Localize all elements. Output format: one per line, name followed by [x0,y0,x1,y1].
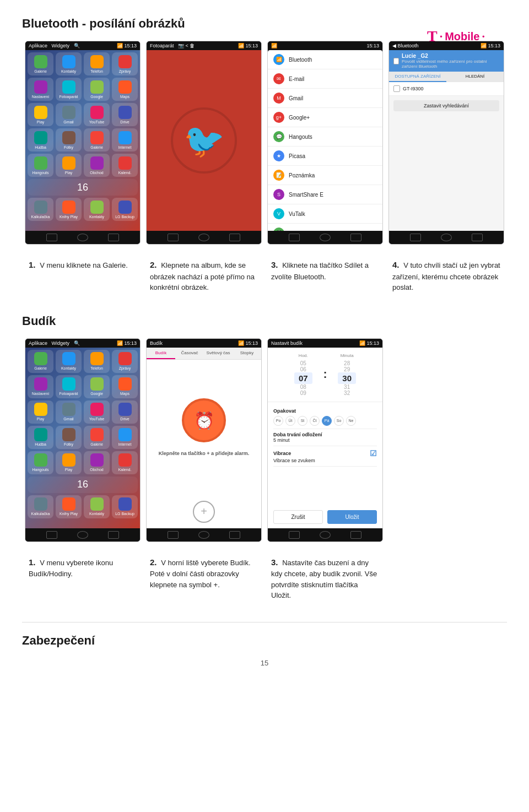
budik-instructions: 1. V menu vyberete ikonu Budík/Hodiny. 2… [22,552,507,605]
instruction-text-4: V tuto chvíli stačí už jen vybrat zaříze… [392,261,500,291]
screenshot-bluetooth: ◀ Bluetooth 📶 15:13 Lucie _G2 Povolit vi… [388,41,504,245]
hour-selected[interactable]: 07 [294,372,312,384]
alarm-tab-svetovy[interactable]: Světový čas [204,348,233,359]
back-btn [168,531,179,539]
minute-28: 28 [344,360,350,366]
back-btn [410,234,421,241]
app-icon: Kontakty [84,495,110,518]
app-icon: Kontakty [56,52,82,75]
time-picker: Hod. 05 06 07 08 09 : Minuta [268,348,382,402]
share-item-poznamka[interactable]: 📝 Poznámka [268,166,382,185]
day-ne[interactable]: Ne [346,416,356,426]
bt-tab-dostupna[interactable]: DOSTUPNÁ ZAŘÍZENÍ [389,72,446,82]
section-divider [22,622,507,622]
picasa-share-icon: ★ [273,150,284,161]
vibrace-label: Vibrace [273,451,291,456]
bluetooth-instruction-4: 4. V tuto chvíli stačí už jen vybrat zař… [386,255,507,297]
share-item-zpravy[interactable]: 💬 Zprávy [268,224,382,231]
set-alarm-screen-body: Hod. 05 06 07 08 09 : Minuta [268,348,382,528]
device-name: GT-I9300 [403,86,424,91]
back-btn [289,234,300,241]
menu-btn [350,531,361,539]
save-alarm-button[interactable]: Uložit [327,510,377,524]
share-item-smartshare[interactable]: S SmartShare E [268,185,382,204]
app-icon: Galerie [28,52,53,75]
device-checkbox[interactable] [393,85,400,92]
app-icon: Kontakty [84,198,110,221]
bt-scan-button[interactable]: Zastavit vyhledávání [393,100,499,111]
app-icon: Fotoaparát [56,375,82,398]
share-item-bluetooth[interactable]: 📶 Bluetooth [268,50,382,69]
share-item-vutalk[interactable]: V VuTalk [268,204,382,224]
app-icon: Maps [112,375,138,398]
cancel-alarm-button[interactable]: Zrušit [273,510,323,524]
hour-09: 09 [300,390,306,396]
share-item-gmail[interactable]: M Gmail [268,89,382,108]
repeat-option: Opakovat Po Út St Čt Pá So Ne [273,405,377,429]
share-item-label: Google+ [289,115,310,121]
share-screen-body: 📶 Bluetooth ✉ E-mail M Gmail [268,50,382,231]
screenshot-home: Aplikace Widgety 🔍 📶 15:13 Galerie Konta… [25,41,141,245]
day-ct[interactable]: Čt [310,416,320,426]
menu-btn [472,234,483,241]
share-item-label: VuTalk [289,211,305,217]
share-item-label: Gmail [289,95,303,101]
budik-instr-num-1: 1. [29,557,36,567]
google-share-icon: g+ [273,112,284,123]
day-st[interactable]: St [298,416,307,426]
app-icon: Hudba [28,128,53,151]
home-btn [77,531,88,539]
add-alarm-button[interactable]: + [193,501,215,523]
status-bar-3: 📶 15:13 [268,41,382,50]
duration-option: Doba trvání odložení 5 minut [273,429,377,446]
instruction-text-3: Kliknete na tlačítko Sdílet a zvolíte Bl… [271,261,369,281]
menu-btn [229,234,240,241]
app-icon: Knihy Play [56,495,82,518]
alarm-tab-casovac[interactable]: Časovač [175,348,204,359]
app-icon: Nastavení [28,375,53,398]
minute-selected[interactable]: 30 [338,372,356,384]
nav-bar-2 [147,231,261,244]
day-pa[interactable]: Pá [322,416,332,426]
bluetooth-instruction-3: 3. Kliknete na tlačítko Sdílet a zvolíte… [264,255,386,297]
app-icon: YouTube [84,400,110,424]
app-icon: Drive [112,400,138,424]
bluetooth-instructions: 1. V menu kliknete na Galerie. 2. Klepne… [22,255,507,297]
page-number: 15 [22,659,507,667]
instruction-text-1: V menu kliknete na Galerie. [40,261,128,269]
back-btn [46,234,57,241]
day-po[interactable]: Po [273,416,283,426]
app-icon: Kalkulačka [28,198,53,221]
day-so[interactable]: So [334,416,344,426]
share-item-hangouts[interactable]: 💬 Hangouts [268,127,382,147]
budik-status-bar-2: Budík 📶 15:13 [147,339,261,348]
share-item-picasa[interactable]: ★ Picasa [268,147,382,166]
hour-05: 05 [300,360,306,366]
nav-bar-3 [268,231,382,244]
share-item-label: Picasa [289,153,305,159]
share-item-google[interactable]: g+ Google+ [268,108,382,127]
app-icon: Fotky [56,426,82,449]
vibrace-option: Vibrace ☑ Vibrace se zvukem [273,446,377,467]
share-item-email[interactable]: ✉ E-mail [268,69,382,89]
calendar-widget: 16 [28,179,138,196]
duration-value: 5 minut [273,437,377,443]
alarm-tab-stopky[interactable]: Stopky [233,348,261,359]
share-item-label: E-mail [289,76,304,82]
bt-tab-hledani[interactable]: HLEDÁNÍ [446,72,504,82]
day-ut[interactable]: Út [285,416,295,426]
alarm-tab-budik[interactable]: Budík [147,348,175,359]
repeat-label: Opakovat [273,408,377,414]
hour-08: 08 [300,384,306,390]
vibrace-checkbox[interactable]: ☑ [370,449,377,458]
back-btn [168,234,179,241]
budik-instruction-spacer [386,552,507,605]
budik-section: Budík Aplikace Widgety 🔍 📶 15:13 Galerie… [22,314,507,605]
angry-bird-image: 🐦 [171,107,237,174]
poznamka-share-icon: 📝 [273,170,284,181]
budik-nav-bar-3 [268,528,382,542]
share-item-label: Poznámka [289,172,315,178]
bt-device-item[interactable]: GT-I9300 [389,82,504,96]
app-icon: Internet [112,426,138,449]
bt-checkbox[interactable] [393,58,399,64]
